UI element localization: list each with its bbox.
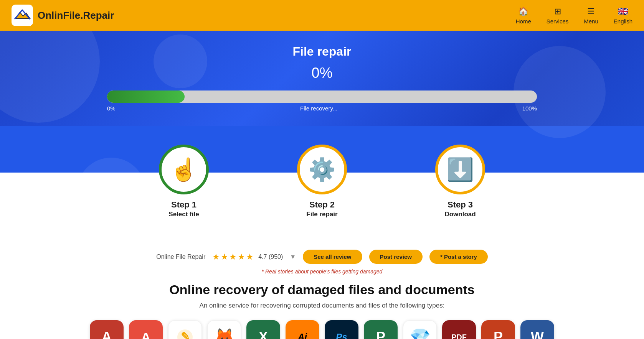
- review-brand: Online File Repair: [156, 253, 205, 260]
- file-icons-row: A A ✎ 🦊 X Ai Ps P: [74, 320, 570, 339]
- illustrator-icon: Ai: [298, 332, 307, 339]
- step-1-sublabel: Select file: [167, 210, 200, 219]
- services-label: Services: [547, 18, 569, 25]
- section-subtitle: An online service for recovering corrupt…: [200, 302, 445, 309]
- nav-items: 🏠 Home ⊞ Services ☰ Menu 🇬🇧 English: [516, 7, 632, 25]
- nav-english[interactable]: 🇬🇧 English: [614, 7, 632, 25]
- step-2-circle: ⚙️: [297, 145, 347, 194]
- real-stories-text: * Real stories about people's files gett…: [262, 268, 383, 275]
- navbar: OnlinFile.Repair 🏠 Home ⊞ Services ☰ Men…: [0, 0, 644, 31]
- fox-icon: 🦊: [214, 327, 235, 339]
- flag-icon: 🇬🇧: [618, 7, 628, 16]
- coreldraw-svg: ✎: [175, 327, 195, 339]
- stars: ★★★★★: [212, 252, 254, 262]
- logo-icon: [12, 5, 33, 26]
- file-icon-jewel[interactable]: 💎: [403, 320, 437, 339]
- see-all-review-button[interactable]: See all review: [303, 250, 362, 264]
- photoshop-icon: Ps: [336, 332, 347, 339]
- step-1: ☝️ Step 1 Select file: [115, 145, 253, 219]
- home-icon: 🏠: [518, 7, 528, 16]
- file-icon-coreldraw[interactable]: ✎: [168, 320, 202, 339]
- jewel-icon: 💎: [410, 327, 431, 339]
- svg-text:✎: ✎: [181, 331, 190, 339]
- file-icon-fox[interactable]: 🦊: [207, 320, 241, 339]
- english-label: English: [614, 18, 632, 25]
- nav-services[interactable]: ⊞ Services: [547, 7, 569, 25]
- articulate-icon: A: [141, 330, 151, 339]
- progress-label-center: File recovery...: [300, 105, 337, 112]
- step-3-sublabel: Download: [443, 210, 477, 219]
- review-row: Online File Repair ★★★★★ 4.7 (950) ▼ See…: [156, 250, 488, 264]
- post-review-button[interactable]: Post review: [369, 250, 423, 264]
- steps-bg: ☝️ Step 1 Select file ⚙️ Step 2 File rep…: [0, 126, 644, 219]
- step-2: ⚙️ Step 2 File repair: [253, 145, 391, 219]
- powerpoint-icon: P: [494, 329, 503, 339]
- nav-home[interactable]: 🏠 Home: [516, 7, 531, 25]
- file-icon-articulate[interactable]: A: [129, 320, 163, 339]
- steps-container: ☝️ Step 1 Select file ⚙️ Step 2 File rep…: [0, 145, 644, 219]
- step-2-label: Step 2: [308, 200, 336, 210]
- white-section: Online File Repair ★★★★★ 4.7 (950) ▼ See…: [0, 219, 644, 339]
- progress-container: 0% File recovery... 100%: [107, 91, 537, 112]
- bg-circle-1: [0, 31, 100, 123]
- section-title: Online recovery of damaged files and doc…: [169, 282, 474, 297]
- pdf-icon: PDF: [451, 333, 467, 339]
- progress-bar-fill: [107, 91, 185, 103]
- file-icon-photoshop[interactable]: Ps: [325, 320, 358, 339]
- dropdown-arrow[interactable]: ▼: [290, 253, 296, 260]
- file-icon-project[interactable]: P: [364, 320, 398, 339]
- site-name: OnlinFile.Repair: [38, 10, 114, 21]
- menu-icon: ☰: [587, 7, 595, 16]
- progress-labels: 0% File recovery... 100%: [107, 105, 537, 112]
- step-3-circle: ⬇️: [435, 145, 485, 194]
- file-icon-access[interactable]: A: [90, 320, 124, 339]
- file-icon-excel[interactable]: X: [246, 320, 280, 339]
- progress-label-right: 100%: [522, 105, 537, 112]
- step-3-label: Step 3: [446, 200, 474, 210]
- nav-menu[interactable]: ☰ Menu: [584, 7, 598, 25]
- step-3: ⬇️ Step 3 Download: [391, 145, 529, 219]
- hero-percent: 0%: [312, 65, 333, 81]
- progress-bar-bg: [107, 91, 537, 103]
- step-2-icon: ⚙️: [308, 156, 336, 183]
- review-score: 4.7 (950): [258, 253, 283, 260]
- word-icon: W: [531, 329, 544, 339]
- hero-title: File repair: [293, 44, 352, 59]
- file-icon-pdf[interactable]: PDF: [442, 320, 476, 339]
- excel-icon: X: [259, 329, 268, 339]
- menu-label: Menu: [584, 18, 598, 25]
- step-3-icon: ⬇️: [446, 156, 474, 183]
- step-1-circle: ☝️: [159, 145, 209, 194]
- logo[interactable]: OnlinFile.Repair: [12, 5, 114, 26]
- progress-label-left: 0%: [107, 105, 116, 112]
- step-2-sublabel: File repair: [305, 210, 339, 219]
- project-icon: P: [376, 329, 385, 339]
- services-icon: ⊞: [554, 7, 561, 16]
- file-icon-word[interactable]: W: [520, 320, 554, 339]
- home-label: Home: [516, 18, 531, 25]
- step-1-icon: ☝️: [170, 156, 198, 183]
- post-story-button[interactable]: * Post a story: [429, 250, 488, 264]
- file-icon-powerpoint[interactable]: P: [481, 320, 515, 339]
- access-icon: A: [102, 329, 112, 339]
- hero-section: File repair 0% 0% File recovery... 100% …: [0, 31, 644, 219]
- file-icon-illustrator[interactable]: Ai: [286, 320, 319, 339]
- bg-circle-4: [154, 35, 207, 88]
- step-1-label: Step 1: [170, 200, 198, 210]
